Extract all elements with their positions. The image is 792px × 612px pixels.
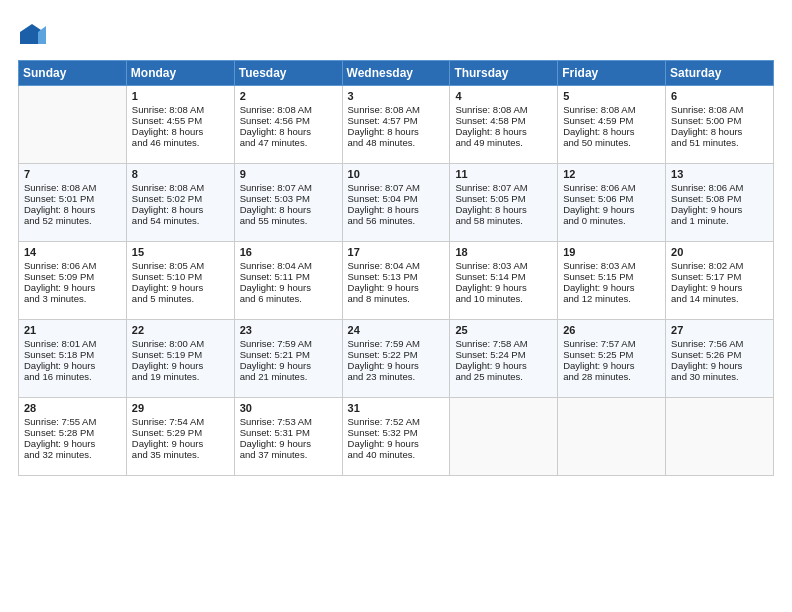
day-info-line: and 51 minutes.: [671, 137, 768, 148]
day-info-line: Sunset: 5:32 PM: [348, 427, 445, 438]
day-info-line: Sunrise: 8:03 AM: [563, 260, 660, 271]
weekday-monday: Monday: [126, 61, 234, 86]
day-info-line: Sunset: 5:08 PM: [671, 193, 768, 204]
day-info-line: Sunset: 5:02 PM: [132, 193, 229, 204]
day-info-line: Sunrise: 7:57 AM: [563, 338, 660, 349]
weekday-wednesday: Wednesday: [342, 61, 450, 86]
day-info-line: Sunrise: 8:03 AM: [455, 260, 552, 271]
calendar-cell: 23Sunrise: 7:59 AMSunset: 5:21 PMDayligh…: [234, 320, 342, 398]
calendar-cell: 17Sunrise: 8:04 AMSunset: 5:13 PMDayligh…: [342, 242, 450, 320]
day-info-line: Daylight: 9 hours: [132, 282, 229, 293]
day-info-line: Sunrise: 8:08 AM: [671, 104, 768, 115]
day-info-line: Sunrise: 8:02 AM: [671, 260, 768, 271]
day-number: 11: [455, 168, 552, 180]
day-number: 22: [132, 324, 229, 336]
day-number: 20: [671, 246, 768, 258]
day-number: 7: [24, 168, 121, 180]
day-info-line: Sunset: 4:55 PM: [132, 115, 229, 126]
day-info-line: Sunset: 5:21 PM: [240, 349, 337, 360]
day-info-line: Daylight: 8 hours: [563, 126, 660, 137]
calendar-cell: 26Sunrise: 7:57 AMSunset: 5:25 PMDayligh…: [558, 320, 666, 398]
day-info-line: Sunrise: 8:07 AM: [348, 182, 445, 193]
day-info-line: Sunset: 5:15 PM: [563, 271, 660, 282]
day-info-line: Sunrise: 7:59 AM: [348, 338, 445, 349]
day-number: 15: [132, 246, 229, 258]
day-info-line: and 54 minutes.: [132, 215, 229, 226]
weekday-header-row: SundayMondayTuesdayWednesdayThursdayFrid…: [19, 61, 774, 86]
day-info-line: Sunset: 5:00 PM: [671, 115, 768, 126]
day-info-line: Daylight: 9 hours: [563, 204, 660, 215]
calendar-cell: 2Sunrise: 8:08 AMSunset: 4:56 PMDaylight…: [234, 86, 342, 164]
calendar-cell: 10Sunrise: 8:07 AMSunset: 5:04 PMDayligh…: [342, 164, 450, 242]
day-info-line: Sunset: 5:06 PM: [563, 193, 660, 204]
day-info-line: Daylight: 9 hours: [563, 282, 660, 293]
day-info-line: Daylight: 9 hours: [671, 360, 768, 371]
weekday-saturday: Saturday: [666, 61, 774, 86]
day-info-line: Sunset: 5:22 PM: [348, 349, 445, 360]
day-info-line: and 16 minutes.: [24, 371, 121, 382]
day-info-line: Sunrise: 8:08 AM: [240, 104, 337, 115]
day-info-line: Sunset: 4:59 PM: [563, 115, 660, 126]
day-info-line: Daylight: 8 hours: [240, 126, 337, 137]
calendar-cell: 8Sunrise: 8:08 AMSunset: 5:02 PMDaylight…: [126, 164, 234, 242]
week-row-3: 14Sunrise: 8:06 AMSunset: 5:09 PMDayligh…: [19, 242, 774, 320]
day-info-line: Daylight: 9 hours: [240, 282, 337, 293]
day-info-line: Sunset: 4:58 PM: [455, 115, 552, 126]
weekday-sunday: Sunday: [19, 61, 127, 86]
day-number: 18: [455, 246, 552, 258]
calendar-cell: 19Sunrise: 8:03 AMSunset: 5:15 PMDayligh…: [558, 242, 666, 320]
day-number: 24: [348, 324, 445, 336]
calendar-cell: [19, 86, 127, 164]
week-row-5: 28Sunrise: 7:55 AMSunset: 5:28 PMDayligh…: [19, 398, 774, 476]
day-info-line: Sunset: 4:57 PM: [348, 115, 445, 126]
day-number: 1: [132, 90, 229, 102]
weekday-friday: Friday: [558, 61, 666, 86]
day-info-line: Daylight: 8 hours: [24, 204, 121, 215]
day-info-line: Daylight: 8 hours: [455, 126, 552, 137]
calendar-cell: 4Sunrise: 8:08 AMSunset: 4:58 PMDaylight…: [450, 86, 558, 164]
week-row-4: 21Sunrise: 8:01 AMSunset: 5:18 PMDayligh…: [19, 320, 774, 398]
day-info-line: and 8 minutes.: [348, 293, 445, 304]
calendar-cell: 22Sunrise: 8:00 AMSunset: 5:19 PMDayligh…: [126, 320, 234, 398]
calendar-cell: 31Sunrise: 7:52 AMSunset: 5:32 PMDayligh…: [342, 398, 450, 476]
day-info-line: and 12 minutes.: [563, 293, 660, 304]
day-number: 6: [671, 90, 768, 102]
day-number: 2: [240, 90, 337, 102]
day-info-line: Daylight: 9 hours: [348, 360, 445, 371]
day-info-line: Sunset: 5:05 PM: [455, 193, 552, 204]
day-info-line: Daylight: 9 hours: [132, 438, 229, 449]
day-number: 25: [455, 324, 552, 336]
calendar-cell: 11Sunrise: 8:07 AMSunset: 5:05 PMDayligh…: [450, 164, 558, 242]
day-info-line: Sunrise: 8:06 AM: [563, 182, 660, 193]
day-info-line: Daylight: 8 hours: [348, 126, 445, 137]
day-info-line: Daylight: 8 hours: [455, 204, 552, 215]
day-number: 19: [563, 246, 660, 258]
day-number: 14: [24, 246, 121, 258]
day-info-line: Sunset: 5:17 PM: [671, 271, 768, 282]
day-info-line: and 10 minutes.: [455, 293, 552, 304]
day-info-line: Sunrise: 7:54 AM: [132, 416, 229, 427]
day-info-line: Daylight: 9 hours: [24, 282, 121, 293]
day-info-line: Sunrise: 8:08 AM: [348, 104, 445, 115]
day-info-line: Sunset: 4:56 PM: [240, 115, 337, 126]
day-number: 8: [132, 168, 229, 180]
day-info-line: Sunset: 5:09 PM: [24, 271, 121, 282]
day-info-line: Sunset: 5:26 PM: [671, 349, 768, 360]
day-info-line: Sunset: 5:04 PM: [348, 193, 445, 204]
calendar-cell: 27Sunrise: 7:56 AMSunset: 5:26 PMDayligh…: [666, 320, 774, 398]
day-info-line: and 47 minutes.: [240, 137, 337, 148]
day-info-line: Daylight: 9 hours: [455, 282, 552, 293]
day-info-line: Sunset: 5:31 PM: [240, 427, 337, 438]
calendar-cell: 24Sunrise: 7:59 AMSunset: 5:22 PMDayligh…: [342, 320, 450, 398]
calendar-cell: [666, 398, 774, 476]
day-info-line: Daylight: 9 hours: [348, 282, 445, 293]
day-info-line: and 5 minutes.: [132, 293, 229, 304]
day-info-line: Sunrise: 8:07 AM: [455, 182, 552, 193]
logo: [18, 22, 50, 50]
calendar-tbody: 1Sunrise: 8:08 AMSunset: 4:55 PMDaylight…: [19, 86, 774, 476]
day-info-line: Sunrise: 7:59 AM: [240, 338, 337, 349]
day-info-line: and 52 minutes.: [24, 215, 121, 226]
day-info-line: Daylight: 9 hours: [671, 282, 768, 293]
day-info-line: Sunset: 5:28 PM: [24, 427, 121, 438]
day-number: 3: [348, 90, 445, 102]
